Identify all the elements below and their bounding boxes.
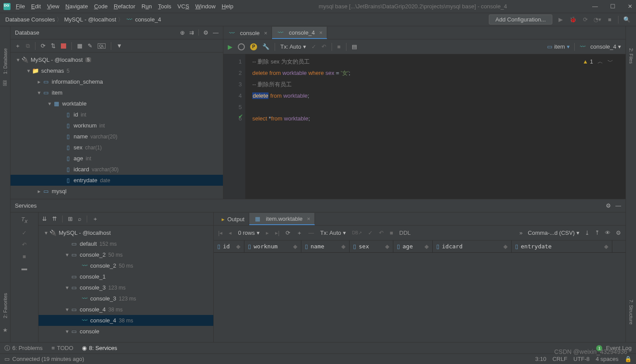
target-dropdown[interactable]: 〰console_4 ▾ <box>579 43 621 50</box>
expand-all-icon[interactable]: ⇊ <box>42 216 47 222</box>
debug-icon[interactable]: 🐞 <box>569 16 577 23</box>
sort-icon[interactable]: ◆ <box>293 243 297 250</box>
tree-datasource[interactable]: ▾🔌 MySQL - @localhost 5 <box>11 54 223 65</box>
add-icon[interactable]: ＋ <box>92 215 98 223</box>
tree-column-sex[interactable]: ▯ sex char(1) <box>11 142 223 153</box>
services-item[interactable]: ▾▭ console_2 50 ms <box>39 249 213 260</box>
upload-icon[interactable]: ⤒ <box>595 230 600 236</box>
sort-icon[interactable]: ◆ <box>503 243 508 250</box>
menu-edit[interactable]: Edit <box>31 3 41 10</box>
menu-navigate[interactable]: Navigate <box>65 3 88 10</box>
sort-icon[interactable]: ◆ <box>341 243 346 250</box>
grid-col-sex[interactable]: ▯sex ◆ <box>350 240 393 252</box>
table-view-icon[interactable]: ▦ <box>77 42 82 49</box>
download-icon[interactable]: ⤓ <box>585 230 590 236</box>
grid-body[interactable] <box>214 253 625 342</box>
tree-table-worktable[interactable]: ▾▦ worktable <box>11 98 223 109</box>
wrench-icon[interactable]: 🔧 <box>262 43 269 50</box>
menu-window[interactable]: Window <box>195 3 216 10</box>
next-highlight-icon[interactable]: ﹀ <box>608 56 613 67</box>
explain-icon[interactable]: ▤ <box>352 43 357 50</box>
sort-icon[interactable]: ◆ <box>424 243 429 250</box>
services-tab[interactable]: ◉8: Services <box>82 345 117 351</box>
services-root[interactable]: ▾🔌 MySQL - @localhost <box>39 227 213 238</box>
remove-row-icon[interactable]: — <box>308 230 314 236</box>
services-item[interactable]: 〰 console_2 50 ms <box>39 260 213 271</box>
run-query-icon[interactable]: ▶ <box>228 43 233 50</box>
tree-schemas[interactable]: ▾📁 schemas 5 <box>11 65 223 76</box>
maximize-icon[interactable]: ☐ <box>610 3 615 10</box>
more-icon[interactable]: » <box>519 230 523 236</box>
hide-panel-icon[interactable]: — <box>615 202 621 209</box>
grid-col-age[interactable]: ▯age ◆ <box>393 240 433 252</box>
menu-code[interactable]: Code <box>94 3 108 10</box>
tx-icon[interactable]: Tx <box>21 216 27 224</box>
tree-column-id[interactable]: ▯ id int <box>11 109 223 120</box>
db-commit-icon[interactable]: DB↗ <box>352 230 362 235</box>
tree-column-name[interactable]: ▯ name varchar(20) <box>11 131 223 142</box>
duplicate-icon[interactable]: ⧉ <box>26 42 30 49</box>
gear-icon[interactable]: ⚙ <box>606 202 611 209</box>
refresh-icon[interactable]: ⟳ <box>41 42 46 49</box>
menu-refactor[interactable]: Refactor <box>114 3 135 10</box>
eventlog-tab[interactable]: Event Log <box>606 345 632 351</box>
services-item[interactable]: 〰 console_4 38 ms <box>39 315 213 326</box>
menu-file[interactable]: File <box>16 3 25 10</box>
close-tab-icon[interactable]: × <box>264 30 268 36</box>
stop-icon[interactable]: ■ <box>337 43 341 50</box>
reload-icon[interactable]: ⟳ <box>286 230 290 236</box>
stop-icon[interactable]: ■ <box>23 253 26 260</box>
gear-icon[interactable]: ⚙ <box>616 230 621 236</box>
commit-icon[interactable]: ✓ <box>22 230 27 236</box>
menu-run[interactable]: Run <box>141 3 152 10</box>
sort-icon[interactable]: ◆ <box>236 243 240 250</box>
view-icon[interactable]: 👁 <box>605 230 611 236</box>
services-item[interactable]: ▭ console_1 <box>39 271 213 282</box>
minimize-icon[interactable]: — <box>592 3 598 10</box>
close-tab-icon[interactable]: × <box>319 29 323 36</box>
edit-icon[interactable]: ✎ <box>88 42 92 49</box>
crumb-ds[interactable]: MySQL - @localhost <box>64 16 116 23</box>
tab-console[interactable]: 〰 console × <box>223 27 272 39</box>
services-item[interactable]: 〰 console_3 123 ms <box>39 293 213 304</box>
services-tree[interactable]: ▾🔌 MySQL - @localhost ▭ default 152 ms ▾… <box>39 226 213 342</box>
sync-icon[interactable]: ⇅ <box>51 42 56 49</box>
tree-column-worknum[interactable]: ▯ worknum int <box>11 120 223 131</box>
code-area[interactable]: ▲ 1 ︿ ﹀ -- 删除 sex 为女的员工delete from workt… <box>245 54 625 199</box>
coverage-icon[interactable]: ⟳ <box>581 16 589 23</box>
structure-tool-tab[interactable]: 7: Structure <box>629 300 634 325</box>
services-item[interactable]: ▾▭ console_4 38 ms <box>39 304 213 315</box>
caret-position[interactable]: 3:10 <box>535 356 546 362</box>
grid-col-idcard[interactable]: ▯idcard ◆ <box>433 240 512 252</box>
filter-icon[interactable]: ▼ <box>117 42 122 49</box>
add-row-icon[interactable]: ＋ <box>297 229 302 237</box>
menu-view[interactable]: View <box>47 3 59 10</box>
search-icon[interactable]: 🔍 <box>623 16 631 23</box>
rollback-icon[interactable]: ↶ <box>22 241 27 248</box>
export-format-dropdown[interactable]: Comma-...d (CSV) ▾ <box>528 230 579 236</box>
console-icon[interactable]: QL <box>98 43 106 49</box>
code-editor[interactable]: 123456 ✔ ▲ 1 ︿ ﹀ -- 删除 sex 为女的员工delete f… <box>223 54 625 199</box>
lock-icon[interactable]: 🔒 <box>625 356 632 362</box>
encoding[interactable]: UTF-8 <box>573 356 590 362</box>
database-tool-tab[interactable]: 1: Database <box>3 48 8 74</box>
rollback-icon[interactable]: ↶ <box>322 43 326 50</box>
next-page-icon[interactable]: ▸ <box>266 230 269 236</box>
services-item[interactable]: ▾▭ console_3 123 ms <box>39 282 213 293</box>
data-tx-dropdown[interactable]: Tx: Auto ▾ <box>320 230 346 236</box>
prev-page-icon[interactable]: ◂ <box>229 230 232 236</box>
add-configuration-button[interactable]: Add Configuration... <box>489 14 552 25</box>
gear-icon[interactable]: ⚙ <box>203 29 208 36</box>
close-icon[interactable]: ✕ <box>628 3 632 10</box>
p-badge-icon[interactable]: P <box>250 43 257 50</box>
grid-col-id[interactable]: ▯id ◆ <box>214 240 244 252</box>
worktable-tab[interactable]: ▦ item.worktable × <box>249 213 315 225</box>
tree-column-entrydate[interactable]: ▯ entrydate date <box>11 175 223 186</box>
menu-tools[interactable]: Tools <box>158 3 171 10</box>
menu-help[interactable]: Help <box>222 3 233 10</box>
sort-icon[interactable]: ◆ <box>385 243 389 250</box>
group-icon[interactable]: ⊞ <box>68 216 73 222</box>
problems-tab[interactable]: ⓘ6: Problems <box>4 344 42 352</box>
last-page-icon[interactable]: ▸| <box>275 230 279 236</box>
first-page-icon[interactable]: |◂ <box>218 230 223 236</box>
